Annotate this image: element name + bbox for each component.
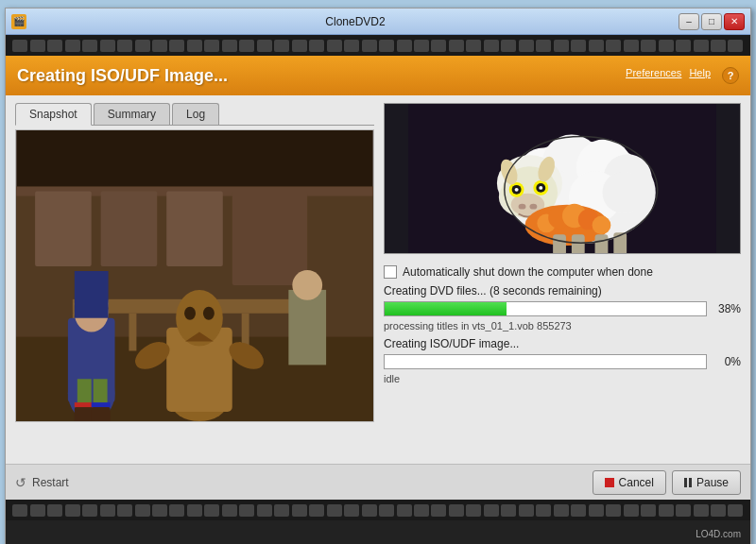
svg-point-64 [593, 216, 611, 235]
film-hole [711, 504, 726, 517]
film-hole [641, 40, 656, 52]
shutdown-checkbox[interactable] [384, 265, 397, 279]
svg-point-56 [539, 186, 542, 190]
preferences-link[interactable]: Preferences [626, 67, 681, 84]
bottom-left: ↺ Restart [15, 475, 593, 490]
film-hole [397, 504, 412, 517]
film-hole [327, 40, 342, 52]
watermark-bar: LO4D.com [6, 520, 750, 544]
film-hole [659, 504, 674, 517]
film-hole [239, 40, 254, 52]
svg-point-50 [529, 204, 537, 210]
film-hole [65, 40, 80, 52]
film-strip-top [6, 35, 750, 56]
progress2-bar-bg [384, 354, 707, 369]
film-hole [379, 504, 394, 517]
film-hole [47, 504, 62, 517]
film-hole [30, 40, 45, 52]
header-links: Preferences Help ? [626, 67, 739, 84]
cancel-button[interactable]: Cancel [593, 470, 666, 495]
film-hole [257, 40, 272, 52]
film-hole [30, 504, 45, 517]
pause-label: Pause [696, 476, 729, 489]
film-hole [676, 40, 691, 52]
film-hole [379, 40, 394, 52]
action-buttons: Cancel Pause [593, 470, 741, 495]
film-hole [624, 40, 639, 52]
film-hole [431, 40, 446, 52]
cancel-label: Cancel [619, 476, 654, 489]
film-hole [501, 504, 516, 517]
film-hole [239, 504, 254, 517]
svg-rect-65 [553, 234, 566, 253]
film-hole [274, 504, 289, 517]
pause-button[interactable]: Pause [672, 470, 741, 495]
progress1-bar-bg [384, 301, 707, 316]
film-hole [344, 504, 359, 517]
film-hole [466, 504, 481, 517]
shutdown-checkbox-row: Automatically shut down the computer whe… [384, 265, 741, 279]
progress2-label: Creating ISO/UDF image... [384, 337, 741, 350]
film-hole [309, 40, 324, 52]
film-hole [204, 40, 219, 52]
film-hole [431, 504, 446, 517]
film-hole [274, 40, 289, 52]
film-hole [65, 504, 80, 517]
svg-rect-35 [16, 130, 373, 421]
progress1-row: 38% [384, 301, 741, 316]
film-hole [82, 40, 97, 52]
tab-log[interactable]: Log [172, 103, 219, 125]
film-hole [501, 40, 516, 52]
film-hole [728, 504, 743, 517]
svg-point-53 [515, 188, 519, 192]
film-hole [12, 504, 27, 517]
film-hole [152, 504, 167, 517]
film-hole [222, 40, 237, 52]
film-hole [47, 40, 62, 52]
film-hole [484, 504, 499, 517]
film-hole [292, 504, 307, 517]
film-hole [362, 40, 377, 52]
progress1-percent: 38% [713, 302, 741, 315]
film-hole [711, 40, 726, 52]
window-controls: – □ ✕ [679, 13, 745, 30]
film-hole [606, 40, 621, 52]
film-hole [362, 504, 377, 517]
film-hole [309, 504, 324, 517]
right-panel: Automatically shut down the computer whe… [384, 103, 741, 456]
window-title: CloneDVD2 [32, 15, 679, 28]
film-hole [135, 504, 150, 517]
film-hole [676, 504, 691, 517]
svg-point-49 [519, 204, 526, 210]
film-hole [519, 504, 534, 517]
help-link[interactable]: Help [689, 67, 711, 84]
film-hole [169, 40, 184, 52]
film-hole [152, 40, 167, 52]
help-button[interactable]: ? [722, 67, 739, 84]
film-hole [449, 504, 464, 517]
tab-snapshot[interactable]: Snapshot [15, 103, 92, 126]
film-hole [536, 504, 551, 517]
film-hole [571, 40, 586, 52]
film-hole [397, 40, 412, 52]
maximize-button[interactable]: □ [701, 13, 722, 30]
film-hole [204, 504, 219, 517]
controls-area: Automatically shut down the computer whe… [384, 262, 741, 456]
app-icon: 🎬 [11, 14, 26, 29]
progress1-bar-fill [385, 302, 507, 315]
film-hole [449, 40, 464, 52]
film-hole [571, 504, 586, 517]
restart-button[interactable]: Restart [32, 476, 69, 489]
minimize-button[interactable]: – [679, 13, 699, 30]
close-button[interactable]: ✕ [724, 13, 745, 30]
pause-icon [684, 478, 692, 487]
film-hole [117, 504, 132, 517]
film-hole [100, 40, 115, 52]
bottom-bar: ↺ Restart Cancel Pause [6, 464, 750, 500]
film-hole [659, 40, 674, 52]
progress2-sublabel: idle [384, 373, 741, 384]
tab-summary[interactable]: Summary [94, 103, 170, 125]
sheep-svg [385, 104, 740, 253]
film-hole [484, 40, 499, 52]
film-hole [554, 40, 569, 52]
